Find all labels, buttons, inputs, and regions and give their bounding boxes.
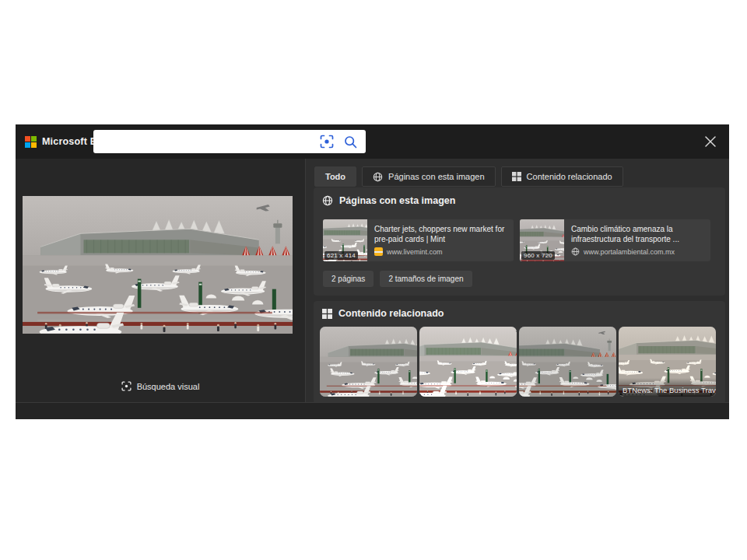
- page: Microsoft Bing: [0, 0, 747, 560]
- result-domain-row: www.portalambiental.com.mx: [571, 247, 703, 256]
- livemint-favicon-icon: [374, 247, 383, 256]
- top-bar: Microsoft Bing: [16, 124, 729, 159]
- related-content-section: Contenido relacionado: [314, 301, 725, 404]
- result-domain: www.livemint.com: [387, 248, 443, 256]
- tab-label: Páginas con esta imagen: [388, 172, 485, 181]
- image-size-badge: 747 x 560: [521, 251, 555, 260]
- close-icon[interactable]: [698, 129, 723, 154]
- globe-icon: [373, 172, 383, 182]
- bing-visual-search-window: Microsoft Bing: [16, 124, 729, 419]
- tab-label: Todo: [325, 172, 345, 181]
- result-domain: www.portalambiental.com.mx: [584, 248, 675, 256]
- tab-todo[interactable]: Todo: [314, 166, 356, 187]
- airshow-thumb: [519, 327, 616, 397]
- main-content: Búsqueda visual Todo Páginas con esta im…: [16, 159, 729, 402]
- related-thumbnails: BTNews: The Business Trave: [320, 327, 716, 397]
- result-thumbnail: 747 x 560: [520, 219, 564, 261]
- grid-icon: [512, 172, 521, 181]
- result-title: Charter jets, choppers new market for pr…: [374, 224, 507, 244]
- airshow-thumb: [419, 327, 517, 397]
- page-result-portalambiental[interactable]: 747 x 560 Cambio climático amenaza la in…: [520, 219, 710, 261]
- tab-paginas-con-esta-imagen[interactable]: Páginas con esta imagen: [362, 166, 496, 187]
- search-input[interactable]: [93, 136, 320, 148]
- pages-with-image-section: Páginas con esta imagen 621 x 414 Charte…: [314, 187, 725, 296]
- microsoft-logo-icon: [25, 136, 37, 148]
- airshow-photo: [23, 196, 293, 334]
- result-text: Charter jets, choppers new market for pr…: [367, 219, 514, 261]
- visual-search-label: Búsqueda visual: [137, 382, 200, 391]
- related-item-3[interactable]: [519, 327, 616, 397]
- section-title: Páginas con esta imagen: [339, 195, 455, 206]
- section-title: Contenido relacionado: [338, 308, 444, 319]
- section-header: Contenido relacionado: [322, 308, 444, 319]
- grid-icon: [322, 309, 332, 319]
- related-item-1[interactable]: [320, 327, 417, 397]
- related-item-2[interactable]: [419, 327, 517, 397]
- result-thumbnail: 621 x 414: [323, 219, 367, 261]
- related-item-caption: BTNews: The Business Trave: [619, 378, 716, 397]
- globe-icon: [322, 195, 333, 206]
- search-icon[interactable]: [344, 135, 357, 149]
- search-box: [93, 130, 366, 153]
- visual-search-icon: [121, 381, 132, 391]
- related-item-4[interactable]: BTNews: The Business Trave: [619, 327, 716, 397]
- result-domain-row: www.livemint.com: [374, 247, 507, 256]
- visual-search-icon[interactable]: [320, 135, 334, 149]
- tab-contenido-relacionado[interactable]: Contenido relacionado: [501, 166, 623, 187]
- results-panel: Todo Páginas con esta imagen Conten: [306, 159, 729, 402]
- query-image-panel: Búsqueda visual: [16, 159, 306, 402]
- visual-search-button[interactable]: Búsqueda visual: [16, 381, 305, 391]
- section-header: Páginas con esta imagen: [322, 195, 455, 206]
- image-size-badge: 621 x 414: [324, 251, 358, 260]
- chip-pages[interactable]: 2 páginas: [323, 271, 374, 287]
- filter-chips: 2 páginas 2 tamaños de imagen: [323, 271, 472, 287]
- query-image[interactable]: [23, 196, 293, 334]
- result-text: Cambio climático amenaza la infraestruct…: [564, 219, 710, 261]
- footer-bar: [16, 402, 729, 419]
- chip-image-sizes[interactable]: 2 tamaños de imagen: [380, 271, 472, 287]
- result-title: Cambio climático amenaza la infraestruct…: [571, 224, 703, 244]
- tab-label: Contenido relacionado: [527, 172, 612, 181]
- page-results: 621 x 414 Charter jets, choppers new mar…: [323, 219, 710, 261]
- results-tabs: Todo Páginas con esta imagen Conten: [314, 166, 623, 187]
- page-result-livemint[interactable]: 621 x 414 Charter jets, choppers new mar…: [323, 219, 514, 261]
- airshow-thumb: [320, 327, 417, 397]
- globe-favicon-icon: [571, 247, 580, 256]
